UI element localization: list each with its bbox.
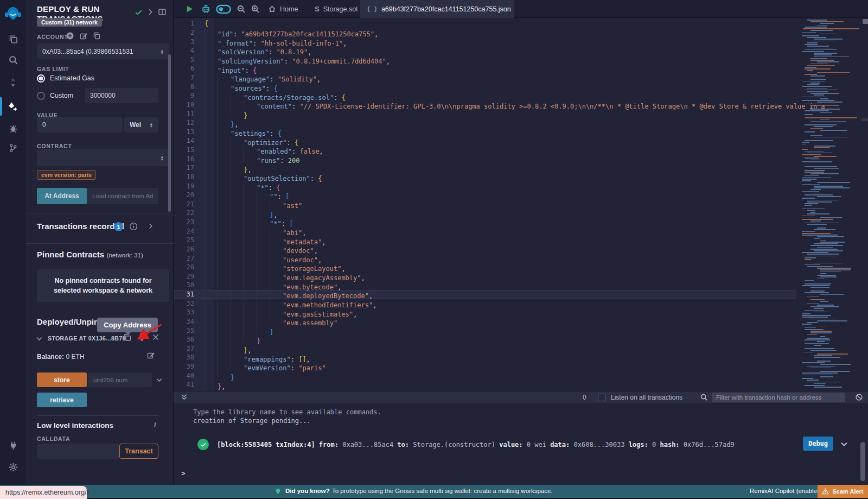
code-line[interactable]: 5"solcLongVersion": "0.8.19+commit.7dd6d…: [174, 55, 796, 65]
info-icon[interactable]: [129, 222, 138, 231]
expand-args-icon[interactable]: [155, 376, 163, 384]
code-line[interactable]: 35]: [174, 326, 796, 335]
code-line[interactable]: 10"content": "// SPDX-License-Identifier…: [174, 100, 796, 110]
low-level-info-icon[interactable]: i: [154, 420, 156, 428]
code-line[interactable]: 12},: [174, 118, 796, 128]
chevron-right-icon[interactable]: [146, 8, 155, 16]
tab-build-info-json[interactable]: { } a69b43f277ba20fcac141151250ca755.jso…: [360, 0, 514, 18]
copilot-toggle[interactable]: [216, 4, 231, 14]
code-editor[interactable]: 1{2"id": "a69b43f277ba20fcac141151250ca7…: [174, 18, 868, 391]
calldata-input[interactable]: [37, 444, 119, 459]
code-line[interactable]: 11}: [174, 109, 796, 118]
code-line[interactable]: 4"solcVersion": "0.8.19",: [174, 46, 796, 55]
add-account-icon[interactable]: [66, 31, 74, 40]
transact-button[interactable]: Transact: [119, 444, 158, 459]
code-line[interactable]: 3"_format": "hh-sol-build-info-1",: [174, 37, 796, 46]
sidebar-item-plugin-manager[interactable]: [0, 434, 26, 456]
ai-assistant-button[interactable]: [201, 4, 211, 14]
code-line[interactable]: 32"evm.methodIdentifiers",: [174, 299, 796, 308]
copilot-status[interactable]: RemixAI Copilot (enabled): [750, 488, 822, 494]
terminal-tx-text[interactable]: [block:5583405 txIndex:4] from: 0xa03...…: [217, 441, 781, 449]
code-line[interactable]: 25"metadata",: [174, 236, 796, 245]
run-script-button[interactable]: [186, 5, 194, 13]
terminal-prompt[interactable]: >: [181, 469, 186, 477]
sidebar-item-git[interactable]: [0, 137, 26, 159]
contract-select[interactable]: ▲▼: [37, 149, 169, 166]
value-input[interactable]: 0: [37, 117, 123, 132]
zoom-out-button[interactable]: [237, 4, 246, 14]
tab-storage-sol[interactable]: S Storage.sol: [307, 0, 365, 18]
sidebar-item-search[interactable]: [0, 49, 26, 71]
store-arg-input[interactable]: uint256 num: [88, 372, 152, 387]
code-line[interactable]: 40}: [174, 371, 796, 380]
code-line[interactable]: 7"language": "Solidity",: [174, 73, 796, 83]
panel-scrollbar[interactable]: [168, 54, 171, 212]
code-line[interactable]: 41},: [174, 380, 796, 389]
edit-balance-icon[interactable]: [146, 351, 155, 359]
custom-gas-input[interactable]: 3000000: [85, 88, 158, 103]
estimated-gas-radio[interactable]: [37, 74, 45, 83]
code-line[interactable]: 38"remappings": [],: [174, 353, 796, 362]
code-line[interactable]: 8"sources": {: [174, 82, 796, 91]
code-line[interactable]: 29"evm.legacyAssembly",: [174, 272, 796, 281]
chevron-down-icon[interactable]: [35, 334, 43, 343]
code-line[interactable]: 39"evmVersion": "paris": [174, 362, 796, 371]
at-address-input[interactable]: Load contract from Addre: [87, 188, 158, 204]
custom-gas-radio[interactable]: [37, 92, 45, 100]
sidebar-item-solidity-compiler[interactable]: [0, 72, 26, 93]
minimap[interactable]: [801, 18, 861, 390]
remix-logo[interactable]: [0, 3, 26, 24]
code-line[interactable]: 20"": [: [174, 191, 796, 200]
code-line[interactable]: 9"contracts/Storage.sol": {: [174, 91, 796, 100]
copy-account-icon[interactable]: [92, 31, 101, 40]
sidebar-item-debugger[interactable]: [0, 117, 26, 139]
sidebar-item-settings[interactable]: [0, 456, 26, 478]
pin-panel-icon[interactable]: [158, 8, 167, 16]
code-line[interactable]: 18"outputSelection": {: [174, 173, 796, 182]
tab-home[interactable]: Home: [260, 0, 305, 18]
value-unit-select[interactable]: Wei ▲▼: [124, 117, 158, 132]
expand-tx-icon[interactable]: [840, 440, 848, 449]
at-address-button[interactable]: At Address: [37, 188, 87, 204]
zoom-in-button[interactable]: [251, 4, 260, 14]
listen-checkbox[interactable]: [598, 394, 605, 401]
code-line[interactable]: 37},: [174, 344, 796, 353]
code-line[interactable]: 22],: [174, 209, 796, 218]
sidebar-item-deploy-run[interactable]: [0, 96, 26, 117]
expand-transactions-icon[interactable]: [146, 222, 155, 230]
code-lines[interactable]: 1{2"id": "a69b43f277ba20fcac141151250ca7…: [174, 19, 796, 389]
code-line[interactable]: 15"enabled": false,: [174, 146, 796, 155]
clear-console-button[interactable]: [855, 393, 863, 401]
code-line[interactable]: 13"settings": {: [174, 128, 796, 137]
code-line[interactable]: 36}: [174, 335, 796, 344]
collapse-terminal-button[interactable]: [180, 393, 188, 401]
editor-scrollbar-thumb[interactable]: [863, 19, 868, 24]
code-line[interactable]: 19"*": {: [174, 181, 796, 191]
retrieve-button[interactable]: retrieve: [37, 393, 87, 407]
code-line[interactable]: 23"*": [: [174, 218, 796, 227]
code-line[interactable]: 1{: [174, 19, 796, 28]
code-line[interactable]: 2"id": "a69b43f277ba20fcac141151250ca755…: [174, 28, 796, 37]
code-line[interactable]: 21"ast": [174, 200, 796, 209]
debug-button[interactable]: Debug: [803, 437, 833, 451]
terminal-scrollbar-thumb[interactable]: [860, 442, 865, 481]
code-line[interactable]: 30"evm.bytecode",: [174, 281, 796, 290]
terminal[interactable]: Type the library name to see available c…: [174, 403, 868, 485]
code-line[interactable]: 33"evm.gasEstimates",: [174, 308, 796, 317]
code-line[interactable]: 16"runs": 200: [174, 154, 796, 163]
scam-alert-button[interactable]: Scam Alert: [818, 485, 868, 498]
sidebar-item-file-explorer[interactable]: [0, 28, 26, 50]
store-button[interactable]: store: [37, 372, 87, 387]
code-line[interactable]: 31"evm.deployedBytecode",: [174, 290, 796, 299]
code-line[interactable]: 6"input": {: [174, 64, 796, 73]
edit-account-icon[interactable]: [79, 31, 88, 40]
code-line[interactable]: 27"userdoc",: [174, 254, 796, 263]
code-line[interactable]: 26"devdoc",: [174, 245, 796, 254]
filter-input[interactable]: Filter with transaction hash or address: [712, 393, 845, 402]
code-line[interactable]: 14"optimizer": {: [174, 136, 796, 146]
code-line[interactable]: 34"evm.assembly": [174, 317, 796, 326]
code-line[interactable]: 24"abi",: [174, 226, 796, 236]
account-select[interactable]: 0xA03...85ac4 (0.39866531531 ▲▼: [37, 43, 169, 59]
code-line[interactable]: 28"storageLayout",: [174, 263, 796, 272]
code-line[interactable]: 17},: [174, 163, 796, 173]
